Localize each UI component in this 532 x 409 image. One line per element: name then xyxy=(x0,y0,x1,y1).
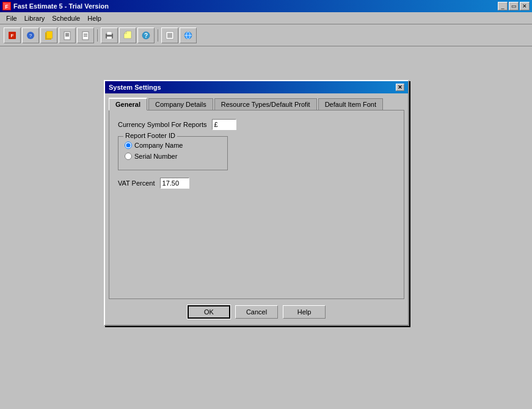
report-footer-group: Report Footer ID Company Name Serial Num… xyxy=(118,136,228,170)
toolbar-button-5[interactable] xyxy=(77,27,94,43)
toolbar-button-4[interactable] xyxy=(59,27,76,43)
app-icon: F xyxy=(2,2,11,10)
main-area: System Settings ✕ General Company Detail… xyxy=(0,46,532,409)
currency-input[interactable] xyxy=(212,119,236,130)
restore-button[interactable]: ▭ xyxy=(509,2,519,10)
radio-serial-number-label[interactable]: Serial Number xyxy=(134,153,177,160)
tab-company-details[interactable]: Company Details xyxy=(148,98,213,111)
toolbar-button-6[interactable] xyxy=(101,27,118,43)
radio-company-name-label[interactable]: Company Name xyxy=(134,142,183,149)
toolbar: F ? ? xyxy=(0,24,532,46)
title-bar-left: F Fast Estimate 5 - Trial Version xyxy=(2,2,109,10)
vat-label: VAT Percent xyxy=(118,179,155,187)
title-bar: F Fast Estimate 5 - Trial Version _ ▭ ✕ xyxy=(0,0,532,12)
svg-rect-15 xyxy=(107,37,112,39)
radio-company-name-row: Company Name xyxy=(125,142,221,149)
toolbar-button-7[interactable] xyxy=(119,27,136,43)
currency-row: Currency Symbol For Reports xyxy=(118,119,395,130)
svg-text:F: F xyxy=(11,33,14,38)
currency-label: Currency Symbol For Reports xyxy=(118,121,207,128)
app-title: Fast Estimate 5 - Trial Version xyxy=(13,2,109,10)
radio-serial-number-row: Serial Number xyxy=(125,153,221,160)
system-settings-dialog: System Settings ✕ General Company Detail… xyxy=(104,80,409,326)
svg-rect-18 xyxy=(166,32,173,39)
menu-help[interactable]: Help xyxy=(84,13,105,23)
radio-company-name[interactable] xyxy=(125,142,132,149)
svg-text:?: ? xyxy=(29,33,32,38)
title-bar-buttons: _ ▭ ✕ xyxy=(498,2,530,10)
toolbar-button-9[interactable] xyxy=(161,27,178,43)
dialog-close-button[interactable]: ✕ xyxy=(396,84,404,91)
ok-button[interactable]: OK xyxy=(188,305,230,319)
toolbar-button-3[interactable] xyxy=(40,27,57,43)
tab-general[interactable]: General xyxy=(109,98,147,110)
tab-default-item-font[interactable]: Default Item Font xyxy=(318,98,383,111)
menu-library[interactable]: Library xyxy=(21,13,49,23)
report-footer-legend: Report Footer ID xyxy=(123,132,177,139)
toolbar-button-10[interactable] xyxy=(180,27,197,43)
vat-input[interactable] xyxy=(160,178,189,189)
tab-bar: General Company Details Resource Types/D… xyxy=(109,97,404,110)
radio-serial-number[interactable] xyxy=(125,153,132,160)
minimize-button[interactable]: _ xyxy=(498,2,508,10)
dialog-title-bar: System Settings ✕ xyxy=(105,81,408,93)
help-button[interactable]: Help xyxy=(283,305,326,319)
tab-content-general: Currency Symbol For Reports Report Foote… xyxy=(109,110,404,299)
toolbar-separator-1 xyxy=(97,29,98,42)
vat-row: VAT Percent xyxy=(118,178,395,189)
tab-resource-types[interactable]: Resource Types/Default Profit xyxy=(214,98,317,111)
toolbar-button-1[interactable]: F xyxy=(4,27,21,43)
close-button[interactable]: ✕ xyxy=(520,2,530,10)
toolbar-button-8[interactable]: ? xyxy=(137,27,155,43)
svg-rect-5 xyxy=(46,31,53,38)
toolbar-button-2[interactable]: ? xyxy=(22,27,39,43)
toolbar-separator-2 xyxy=(158,29,158,42)
dialog-title-text: System Settings xyxy=(109,84,161,91)
menu-file[interactable]: File xyxy=(2,13,21,23)
menu-bar: File Library Schedule Help xyxy=(0,12,532,24)
svg-text:?: ? xyxy=(144,32,148,39)
svg-rect-14 xyxy=(107,32,112,35)
menu-schedule[interactable]: Schedule xyxy=(48,13,84,23)
cancel-button[interactable]: Cancel xyxy=(235,305,278,319)
dialog-buttons: OK Cancel Help xyxy=(105,299,408,325)
